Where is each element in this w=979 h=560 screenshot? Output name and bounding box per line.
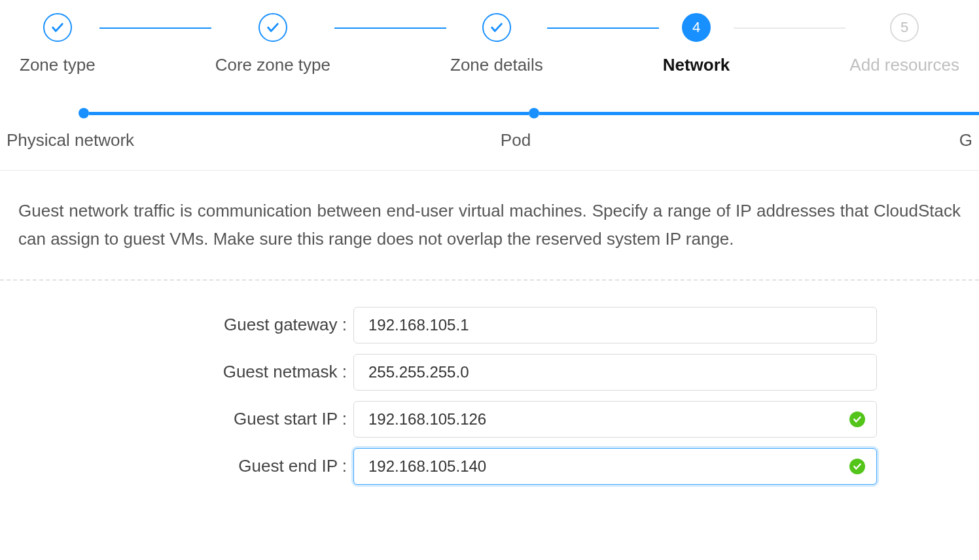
step-label: Add resources bbox=[849, 55, 959, 75]
step-label: Core zone type bbox=[215, 55, 330, 75]
form-row-guest-netmask: Guest netmask : bbox=[0, 354, 979, 391]
label-guest-gateway: Guest gateway : bbox=[0, 315, 353, 335]
valid-check-icon bbox=[849, 459, 865, 474]
control-guest-start-ip bbox=[353, 401, 877, 438]
wizard-sub-steps bbox=[0, 82, 979, 125]
step-number-icon: 5 bbox=[890, 13, 919, 42]
step-connector bbox=[734, 27, 846, 29]
check-icon bbox=[258, 13, 287, 42]
valid-check-icon bbox=[849, 411, 865, 427]
substep-connector bbox=[89, 112, 529, 115]
step-network[interactable]: 4 Network bbox=[663, 13, 730, 75]
label-guest-netmask: Guest netmask : bbox=[0, 362, 353, 382]
step-number-icon: 4 bbox=[682, 13, 711, 42]
form-row-guest-start-ip: Guest start IP : bbox=[0, 401, 979, 438]
step-label: Network bbox=[663, 55, 730, 75]
label-guest-end-ip: Guest end IP : bbox=[0, 456, 353, 476]
input-guest-netmask[interactable] bbox=[353, 354, 877, 391]
substep-label-guest: G bbox=[668, 130, 972, 150]
step-zone-type[interactable]: Zone type bbox=[20, 13, 96, 75]
wizard-main-steps: Zone type Core zone type Zone details 4 … bbox=[0, 0, 979, 82]
input-guest-end-ip[interactable] bbox=[353, 448, 877, 485]
step-core-zone-type[interactable]: Core zone type bbox=[215, 13, 330, 75]
step-connector bbox=[547, 27, 659, 29]
substep-node-physical-network[interactable] bbox=[79, 108, 89, 118]
control-guest-end-ip bbox=[353, 448, 877, 485]
substep-label-physical-network: Physical network bbox=[7, 130, 311, 150]
step-zone-details[interactable]: Zone details bbox=[450, 13, 543, 75]
step-connector bbox=[334, 27, 446, 29]
control-guest-gateway bbox=[353, 307, 877, 343]
step-connector bbox=[99, 27, 211, 29]
step-label: Zone type bbox=[20, 55, 96, 75]
form-row-guest-gateway: Guest gateway : bbox=[0, 307, 979, 343]
form-row-guest-end-ip: Guest end IP : bbox=[0, 448, 979, 485]
step-label: Zone details bbox=[450, 55, 543, 75]
control-guest-netmask bbox=[353, 354, 877, 391]
input-guest-gateway[interactable] bbox=[353, 307, 877, 343]
substep-label-pod: Pod bbox=[311, 130, 668, 150]
check-icon bbox=[43, 13, 72, 42]
input-guest-start-ip[interactable] bbox=[353, 401, 877, 438]
check-icon bbox=[482, 13, 511, 42]
substep-connector bbox=[539, 112, 979, 115]
wizard-sub-step-labels: Physical network Pod G bbox=[0, 125, 979, 170]
guest-ip-form: Guest gateway : Guest netmask : Guest st… bbox=[0, 281, 979, 485]
substep-node-pod[interactable] bbox=[529, 108, 539, 118]
label-guest-start-ip: Guest start IP : bbox=[0, 409, 353, 429]
guest-traffic-description: Guest network traffic is communication b… bbox=[0, 171, 979, 279]
step-add-resources[interactable]: 5 Add resources bbox=[849, 13, 959, 75]
